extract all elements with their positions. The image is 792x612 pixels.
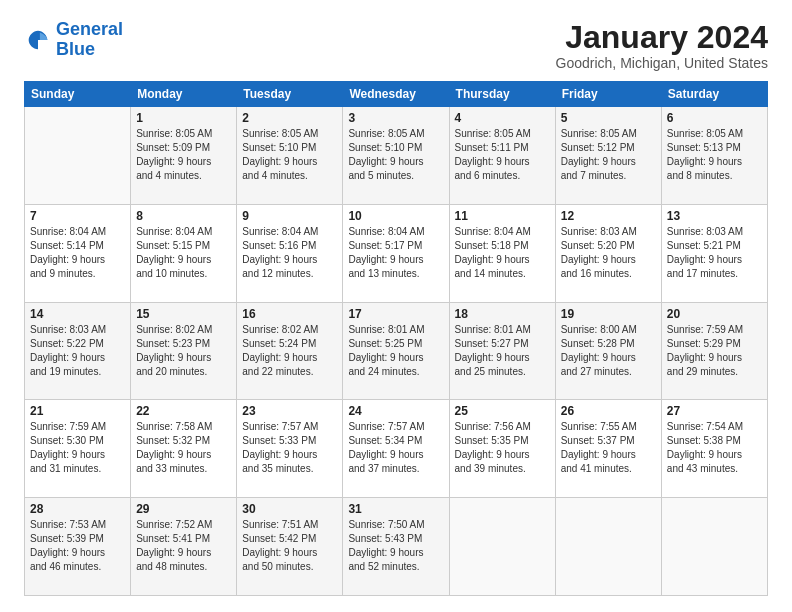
calendar-cell: 24Sunrise: 7:57 AMSunset: 5:34 PMDayligh… bbox=[343, 400, 449, 498]
weekday-header-row: SundayMondayTuesdayWednesdayThursdayFrid… bbox=[25, 82, 768, 107]
calendar-cell: 3Sunrise: 8:05 AMSunset: 5:10 PMDaylight… bbox=[343, 107, 449, 205]
logo: General Blue bbox=[24, 20, 123, 60]
logo-line1: General bbox=[56, 19, 123, 39]
calendar-cell: 12Sunrise: 8:03 AMSunset: 5:20 PMDayligh… bbox=[555, 204, 661, 302]
day-info: Sunrise: 8:05 AMSunset: 5:10 PMDaylight:… bbox=[242, 127, 337, 183]
day-info: Sunrise: 8:01 AMSunset: 5:27 PMDaylight:… bbox=[455, 323, 550, 379]
calendar-cell: 16Sunrise: 8:02 AMSunset: 5:24 PMDayligh… bbox=[237, 302, 343, 400]
day-number: 6 bbox=[667, 111, 762, 125]
day-number: 16 bbox=[242, 307, 337, 321]
main-title: January 2024 bbox=[556, 20, 768, 55]
week-row-1: 1Sunrise: 8:05 AMSunset: 5:09 PMDaylight… bbox=[25, 107, 768, 205]
day-info: Sunrise: 8:02 AMSunset: 5:24 PMDaylight:… bbox=[242, 323, 337, 379]
day-info: Sunrise: 8:04 AMSunset: 5:14 PMDaylight:… bbox=[30, 225, 125, 281]
calendar-cell: 19Sunrise: 8:00 AMSunset: 5:28 PMDayligh… bbox=[555, 302, 661, 400]
day-info: Sunrise: 8:04 AMSunset: 5:18 PMDaylight:… bbox=[455, 225, 550, 281]
calendar-cell: 15Sunrise: 8:02 AMSunset: 5:23 PMDayligh… bbox=[131, 302, 237, 400]
day-number: 31 bbox=[348, 502, 443, 516]
day-info: Sunrise: 8:03 AMSunset: 5:21 PMDaylight:… bbox=[667, 225, 762, 281]
day-info: Sunrise: 8:05 AMSunset: 5:11 PMDaylight:… bbox=[455, 127, 550, 183]
day-number: 17 bbox=[348, 307, 443, 321]
day-number: 7 bbox=[30, 209, 125, 223]
day-info: Sunrise: 8:04 AMSunset: 5:16 PMDaylight:… bbox=[242, 225, 337, 281]
day-number: 23 bbox=[242, 404, 337, 418]
calendar-cell: 1Sunrise: 8:05 AMSunset: 5:09 PMDaylight… bbox=[131, 107, 237, 205]
calendar-cell: 10Sunrise: 8:04 AMSunset: 5:17 PMDayligh… bbox=[343, 204, 449, 302]
day-info: Sunrise: 8:05 AMSunset: 5:12 PMDaylight:… bbox=[561, 127, 656, 183]
logo-text: General Blue bbox=[56, 20, 123, 60]
day-info: Sunrise: 8:05 AMSunset: 5:09 PMDaylight:… bbox=[136, 127, 231, 183]
day-info: Sunrise: 7:59 AMSunset: 5:30 PMDaylight:… bbox=[30, 420, 125, 476]
weekday-header-thursday: Thursday bbox=[449, 82, 555, 107]
weekday-header-friday: Friday bbox=[555, 82, 661, 107]
day-info: Sunrise: 7:55 AMSunset: 5:37 PMDaylight:… bbox=[561, 420, 656, 476]
day-info: Sunrise: 8:04 AMSunset: 5:17 PMDaylight:… bbox=[348, 225, 443, 281]
day-info: Sunrise: 7:52 AMSunset: 5:41 PMDaylight:… bbox=[136, 518, 231, 574]
calendar-cell: 27Sunrise: 7:54 AMSunset: 5:38 PMDayligh… bbox=[661, 400, 767, 498]
calendar-cell: 17Sunrise: 8:01 AMSunset: 5:25 PMDayligh… bbox=[343, 302, 449, 400]
calendar-cell: 8Sunrise: 8:04 AMSunset: 5:15 PMDaylight… bbox=[131, 204, 237, 302]
logo-icon bbox=[24, 26, 52, 54]
day-number: 3 bbox=[348, 111, 443, 125]
calendar-cell: 5Sunrise: 8:05 AMSunset: 5:12 PMDaylight… bbox=[555, 107, 661, 205]
week-row-5: 28Sunrise: 7:53 AMSunset: 5:39 PMDayligh… bbox=[25, 498, 768, 596]
calendar-cell: 18Sunrise: 8:01 AMSunset: 5:27 PMDayligh… bbox=[449, 302, 555, 400]
day-number: 26 bbox=[561, 404, 656, 418]
day-number: 24 bbox=[348, 404, 443, 418]
calendar-cell: 14Sunrise: 8:03 AMSunset: 5:22 PMDayligh… bbox=[25, 302, 131, 400]
day-number: 4 bbox=[455, 111, 550, 125]
day-number: 11 bbox=[455, 209, 550, 223]
calendar-cell bbox=[661, 498, 767, 596]
calendar-cell: 6Sunrise: 8:05 AMSunset: 5:13 PMDaylight… bbox=[661, 107, 767, 205]
calendar-cell bbox=[555, 498, 661, 596]
day-number: 28 bbox=[30, 502, 125, 516]
calendar-cell: 22Sunrise: 7:58 AMSunset: 5:32 PMDayligh… bbox=[131, 400, 237, 498]
day-info: Sunrise: 7:57 AMSunset: 5:33 PMDaylight:… bbox=[242, 420, 337, 476]
day-info: Sunrise: 8:03 AMSunset: 5:20 PMDaylight:… bbox=[561, 225, 656, 281]
day-info: Sunrise: 8:01 AMSunset: 5:25 PMDaylight:… bbox=[348, 323, 443, 379]
day-number: 5 bbox=[561, 111, 656, 125]
day-info: Sunrise: 8:05 AMSunset: 5:10 PMDaylight:… bbox=[348, 127, 443, 183]
header: General Blue January 2024 Goodrich, Mich… bbox=[24, 20, 768, 71]
calendar-cell: 30Sunrise: 7:51 AMSunset: 5:42 PMDayligh… bbox=[237, 498, 343, 596]
day-number: 10 bbox=[348, 209, 443, 223]
day-number: 14 bbox=[30, 307, 125, 321]
calendar-header: SundayMondayTuesdayWednesdayThursdayFrid… bbox=[25, 82, 768, 107]
day-number: 29 bbox=[136, 502, 231, 516]
calendar-cell bbox=[449, 498, 555, 596]
day-info: Sunrise: 7:53 AMSunset: 5:39 PMDaylight:… bbox=[30, 518, 125, 574]
day-info: Sunrise: 8:05 AMSunset: 5:13 PMDaylight:… bbox=[667, 127, 762, 183]
day-number: 12 bbox=[561, 209, 656, 223]
day-number: 22 bbox=[136, 404, 231, 418]
logo-line2: Blue bbox=[56, 39, 95, 59]
day-number: 2 bbox=[242, 111, 337, 125]
day-number: 8 bbox=[136, 209, 231, 223]
day-number: 1 bbox=[136, 111, 231, 125]
title-block: January 2024 Goodrich, Michigan, United … bbox=[556, 20, 768, 71]
weekday-header-saturday: Saturday bbox=[661, 82, 767, 107]
day-info: Sunrise: 8:04 AMSunset: 5:15 PMDaylight:… bbox=[136, 225, 231, 281]
weekday-header-tuesday: Tuesday bbox=[237, 82, 343, 107]
calendar-table: SundayMondayTuesdayWednesdayThursdayFrid… bbox=[24, 81, 768, 596]
calendar-cell: 4Sunrise: 8:05 AMSunset: 5:11 PMDaylight… bbox=[449, 107, 555, 205]
calendar-cell: 9Sunrise: 8:04 AMSunset: 5:16 PMDaylight… bbox=[237, 204, 343, 302]
day-number: 27 bbox=[667, 404, 762, 418]
day-number: 25 bbox=[455, 404, 550, 418]
week-row-2: 7Sunrise: 8:04 AMSunset: 5:14 PMDaylight… bbox=[25, 204, 768, 302]
calendar-cell: 7Sunrise: 8:04 AMSunset: 5:14 PMDaylight… bbox=[25, 204, 131, 302]
day-number: 30 bbox=[242, 502, 337, 516]
calendar-cell: 25Sunrise: 7:56 AMSunset: 5:35 PMDayligh… bbox=[449, 400, 555, 498]
calendar-cell: 13Sunrise: 8:03 AMSunset: 5:21 PMDayligh… bbox=[661, 204, 767, 302]
day-info: Sunrise: 7:50 AMSunset: 5:43 PMDaylight:… bbox=[348, 518, 443, 574]
day-info: Sunrise: 7:51 AMSunset: 5:42 PMDaylight:… bbox=[242, 518, 337, 574]
weekday-header-sunday: Sunday bbox=[25, 82, 131, 107]
day-info: Sunrise: 7:54 AMSunset: 5:38 PMDaylight:… bbox=[667, 420, 762, 476]
day-info: Sunrise: 8:00 AMSunset: 5:28 PMDaylight:… bbox=[561, 323, 656, 379]
day-number: 20 bbox=[667, 307, 762, 321]
day-info: Sunrise: 7:56 AMSunset: 5:35 PMDaylight:… bbox=[455, 420, 550, 476]
calendar-cell: 20Sunrise: 7:59 AMSunset: 5:29 PMDayligh… bbox=[661, 302, 767, 400]
calendar-cell: 29Sunrise: 7:52 AMSunset: 5:41 PMDayligh… bbox=[131, 498, 237, 596]
day-number: 15 bbox=[136, 307, 231, 321]
day-info: Sunrise: 7:58 AMSunset: 5:32 PMDaylight:… bbox=[136, 420, 231, 476]
day-number: 19 bbox=[561, 307, 656, 321]
